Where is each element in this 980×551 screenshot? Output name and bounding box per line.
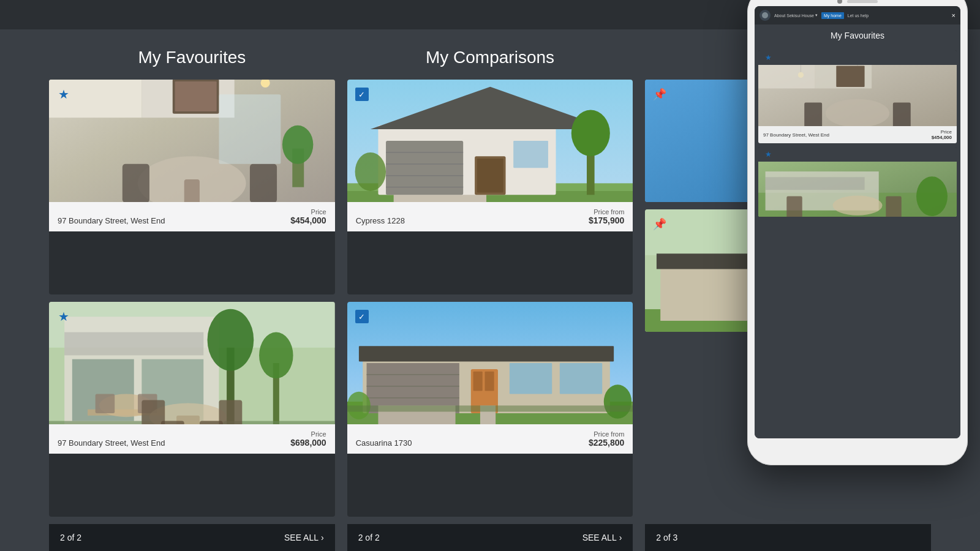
favourites-title: My Favourites [49, 48, 335, 67]
card-address-2: 97 Boundary Street, West End [58, 438, 165, 448]
comparisons-grid: Cypress 1228 Price from $175,900 [347, 80, 633, 517]
phone-close-btn[interactable]: × [952, 12, 956, 19]
svg-rect-17 [219, 94, 281, 164]
phone-price-value-1: $454,000 [932, 135, 952, 140]
card-price-1: Price $454,000 [290, 208, 326, 225]
card-image-house-2 [347, 302, 633, 424]
gallery-count: 2 of 3 [656, 533, 677, 542]
svg-rect-59 [359, 346, 614, 361]
svg-point-70 [347, 392, 371, 419]
svg-rect-68 [560, 363, 602, 394]
svg-rect-21 [64, 332, 203, 356]
svg-rect-91 [804, 103, 822, 126]
svg-rect-100 [886, 197, 901, 217]
card-image-kitchen-1 [49, 80, 335, 202]
phone-card-2[interactable]: ★ [758, 147, 957, 217]
house2-svg [347, 302, 633, 424]
comp-price-2: Price from $225,800 [589, 430, 624, 448]
comparison-card-2[interactable]: Casuarina 1730 Price from $225,800 [347, 302, 633, 517]
svg-rect-87 [758, 65, 815, 88]
phone-card-img-1 [758, 65, 957, 126]
price-value-1: $454,000 [290, 216, 326, 225]
price-value-2: $698,000 [290, 438, 326, 448]
svg-rect-12 [184, 179, 200, 202]
phone-card-1[interactable]: ★ [758, 50, 957, 143]
comparisons-title: My Comparisons [347, 48, 633, 67]
svg-rect-66 [484, 372, 494, 391]
comparisons-count: 2 of 2 [358, 533, 380, 542]
svg-rect-92 [893, 103, 911, 126]
favourites-card-1[interactable]: ★ [49, 80, 335, 294]
phone-card-img-2 [758, 162, 957, 217]
comparison-card-1[interactable]: Cypress 1228 Price from $175,900 [347, 80, 633, 294]
card-address-1: 97 Boundary Street, West End [58, 216, 165, 225]
svg-rect-37 [161, 421, 184, 424]
svg-rect-67 [510, 363, 552, 394]
phone-content: My Favourites ★ [755, 24, 960, 438]
arrow-right-icon: › [321, 533, 324, 542]
svg-rect-51 [477, 159, 503, 192]
phone-outdoor-svg [758, 162, 957, 217]
pin-icon-1: 📌 [653, 88, 666, 101]
svg-point-69 [603, 384, 631, 418]
phone-speaker-grille [847, 0, 878, 3]
gallery-footer: 2 of 3 [645, 524, 931, 551]
phone-nav-bar: About Sekisui House ▾ My home Let us hel… [755, 6, 960, 24]
svg-rect-65 [473, 372, 482, 391]
svg-point-98 [833, 195, 883, 215]
phone-kitchen-svg [758, 65, 957, 126]
price-label-2: Price [290, 430, 326, 438]
svg-rect-52 [513, 141, 548, 168]
comp-price-value-2: $225,800 [589, 438, 624, 448]
phone-nav-myhome: My home [821, 12, 844, 19]
comparison-footer-2: Casuarina 1730 Price from $225,800 [347, 424, 633, 454]
svg-rect-38 [200, 421, 223, 424]
phone-card-footer-1: 97 Boundary Street, West End Price $454,… [758, 126, 957, 143]
comparison-badge-2 [353, 308, 371, 325]
phone-section-title: My Favourites [755, 24, 960, 47]
comp-price-1: Price from $175,900 [589, 208, 624, 225]
svg-point-90 [826, 99, 889, 126]
svg-rect-97 [766, 177, 865, 190]
favourites-see-all-label: SEE ALL [284, 533, 318, 542]
star-icon-2: ★ [58, 309, 69, 324]
svg-rect-13 [123, 164, 149, 202]
comp-price-value-1: $175,900 [589, 216, 624, 225]
comparison-badge-1 [353, 86, 371, 103]
phone-price-1: Price $454,000 [932, 129, 952, 140]
phone-nav-help: Let us help [848, 13, 869, 18]
card-footer-1: 97 Boundary Street, West End Price $454,… [49, 202, 335, 231]
comp-price-label-1: Price from [589, 208, 624, 216]
gallery-badge-1: 📌 [651, 86, 668, 103]
card-footer-2: 97 Boundary Street, West End Price $698,… [49, 424, 335, 454]
favourite-badge-1: ★ [55, 86, 72, 103]
svg-point-55 [355, 152, 385, 191]
svg-rect-10 [175, 81, 217, 111]
phone-about-label: About Sekisui House [774, 13, 814, 18]
svg-rect-35 [141, 400, 165, 424]
comp-address-2: Casuarina 1730 [356, 438, 412, 448]
comparisons-see-all-label: SEE ALL [582, 533, 617, 542]
star-icon: ★ [58, 87, 69, 102]
arrow-right-icon-2: › [619, 533, 622, 542]
favourite-badge-2: ★ [55, 308, 72, 325]
phone-camera-dot [837, 0, 842, 4]
svg-rect-14 [250, 164, 277, 202]
favourites-see-all[interactable]: SEE ALL › [284, 533, 324, 542]
phone-price-label-1: Price [932, 129, 952, 135]
outdoor-svg [49, 302, 335, 424]
comparisons-column: My Comparisons [347, 48, 633, 551]
phone-address-1: 97 Boundary Street, West End [763, 132, 829, 138]
svg-point-29 [208, 309, 254, 371]
card-image-outdoor-1 [49, 302, 335, 424]
favourites-column: My Favourites ★ [49, 48, 335, 551]
favourites-grid: ★ [49, 80, 335, 517]
phone-star-2: ★ [761, 148, 775, 160]
svg-rect-99 [786, 197, 802, 217]
favourites-card-2[interactable]: ★ [49, 302, 335, 517]
phone-nav-about: About Sekisui House ▾ [774, 13, 818, 18]
comparisons-see-all[interactable]: SEE ALL › [582, 533, 622, 542]
comparison-footer-1: Cypress 1228 Price from $175,900 [347, 202, 633, 231]
kitchen-svg [49, 80, 335, 202]
house1-svg [347, 80, 633, 202]
